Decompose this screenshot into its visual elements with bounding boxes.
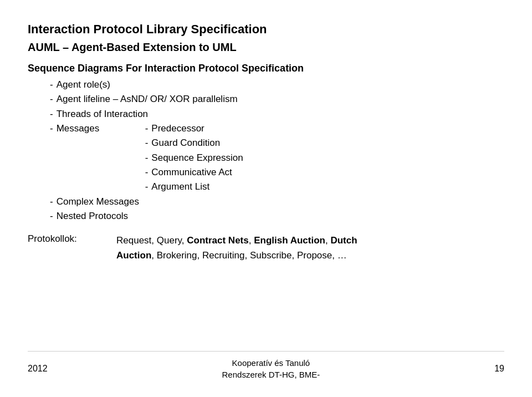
dash-icon: - — [50, 195, 53, 209]
footer-course-line1: Kooperatív és Tanuló — [222, 357, 320, 369]
dash-icon: - — [145, 121, 149, 136]
proto-text-end: , Brokering, Recruiting, Subscribe, Prop… — [151, 250, 346, 261]
sub-list-item: - Predecessor — [145, 121, 243, 136]
item-text: Argument List — [151, 180, 209, 194]
list-item: - Nested Protocols — [28, 209, 504, 223]
dash-icon: - — [50, 209, 53, 223]
footer-course-line2: Rendszerek DT-HG, BME- — [222, 369, 320, 380]
dash-icon: - — [50, 107, 53, 121]
messages-label: Messages — [57, 121, 145, 195]
slide: Interaction Protocol Library Specificati… — [0, 0, 532, 397]
list-item: - Complex Messages — [28, 195, 504, 209]
item-text: Messages - Predecessor - Guard Condition… — [57, 121, 243, 195]
proto-text-bold4: Auction — [116, 250, 151, 261]
footer: 2012 Kooperatív és Tanuló Rendszerek DT-… — [28, 351, 504, 380]
main-title: Interaction Protocol Library Specificati… — [28, 22, 504, 37]
list-item: - Agent lifeline – AsND/ OR/ XOR paralle… — [28, 92, 504, 106]
list-item-threads: - Threads of Interaction — [28, 107, 504, 121]
footer-course: Kooperatív és Tanuló Rendszerek DT-HG, B… — [222, 357, 320, 380]
item-text: Complex Messages — [57, 195, 139, 209]
sub-bullet-list: - Predecessor - Guard Condition - Sequen… — [145, 121, 243, 195]
dash-icon: - — [145, 165, 149, 180]
proto-sep: , — [249, 235, 254, 246]
proto-text-normal: Request, Query, — [116, 235, 187, 246]
proto-sep2: , — [325, 235, 330, 246]
item-text: Sequence Expression — [151, 151, 243, 165]
list-item-messages: - Messages - Predecessor - Guard Conditi… — [28, 121, 504, 195]
footer-year: 2012 — [28, 364, 48, 374]
section-title: Sequence Diagrams For Interaction Protoc… — [28, 63, 504, 74]
item-text: Predecessor — [151, 121, 204, 136]
protokollok-section: Protokollok: Request, Query, Contract Ne… — [28, 233, 504, 263]
item-text: Threads of Interaction — [57, 107, 148, 121]
item-text: Communicative Act — [151, 165, 232, 180]
list-item: - Agent role(s) — [28, 78, 504, 92]
sub-title: AUML – Agent-Based Extension to UML — [28, 41, 504, 54]
protokollok-content: Request, Query, Contract Nets, English A… — [116, 233, 357, 263]
footer-page: 19 — [494, 364, 504, 374]
dash-icon: - — [50, 78, 53, 92]
item-text: Agent lifeline – AsND/ OR/ XOR paralleli… — [57, 92, 238, 106]
sub-list-item: - Argument List — [145, 180, 243, 194]
proto-text-bold2: English Auction — [254, 235, 325, 246]
dash-icon: - — [145, 180, 149, 194]
sub-list-item-guard: - Guard Condition — [145, 136, 243, 150]
item-text: Nested Protocols — [57, 209, 128, 223]
item-text: Guard Condition — [151, 136, 220, 150]
content: Interaction Protocol Library Specificati… — [28, 22, 504, 345]
dash-icon: - — [145, 136, 149, 150]
dash-icon: - — [145, 151, 149, 165]
dash-icon: - — [50, 121, 53, 136]
proto-text-bold: Contract Nets — [187, 235, 248, 246]
protokollok-label: Protokollok: — [28, 233, 116, 245]
sub-list-item: - Sequence Expression — [145, 151, 243, 165]
dash-icon: - — [50, 92, 53, 106]
bullet-list: - Agent role(s) - Agent lifeline – AsND/… — [28, 78, 504, 223]
proto-text-bold3: Dutch — [330, 235, 357, 246]
sub-list-item-comm: - Communicative Act — [145, 165, 243, 180]
item-text: Agent role(s) — [57, 78, 110, 92]
